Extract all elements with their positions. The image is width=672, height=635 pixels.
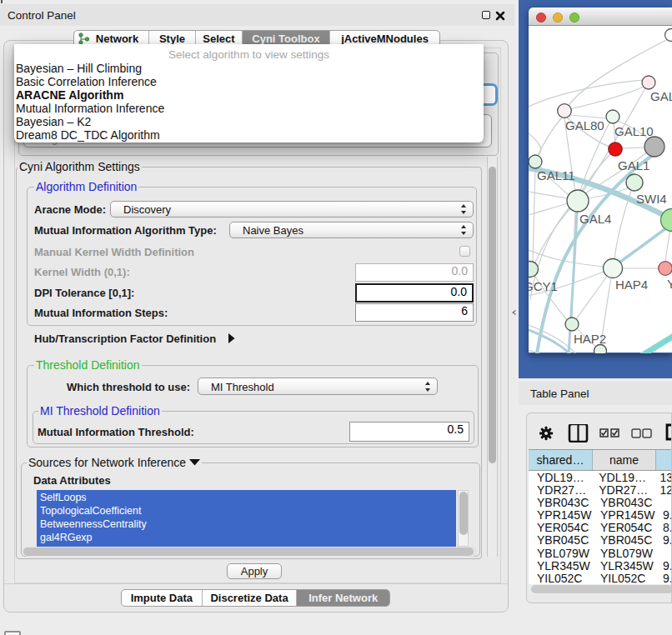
- svg-text:GAL80: GAL80: [565, 118, 604, 132]
- svg-text:GAL4: GAL4: [579, 212, 611, 226]
- svg-text:GAL10: GAL10: [614, 124, 654, 138]
- svg-text:GAL11: GAL11: [537, 168, 575, 182]
- svg-text:HAP4: HAP4: [615, 278, 648, 292]
- svg-text:GAL: GAL: [650, 89, 672, 103]
- svg-text:Y: Y: [667, 277, 672, 291]
- svg-text:SWI4: SWI4: [636, 192, 667, 206]
- svg-text:HAP2: HAP2: [574, 332, 606, 346]
- svg-text:GAL1: GAL1: [618, 158, 649, 172]
- svg-text:GCY1: GCY1: [529, 279, 558, 293]
